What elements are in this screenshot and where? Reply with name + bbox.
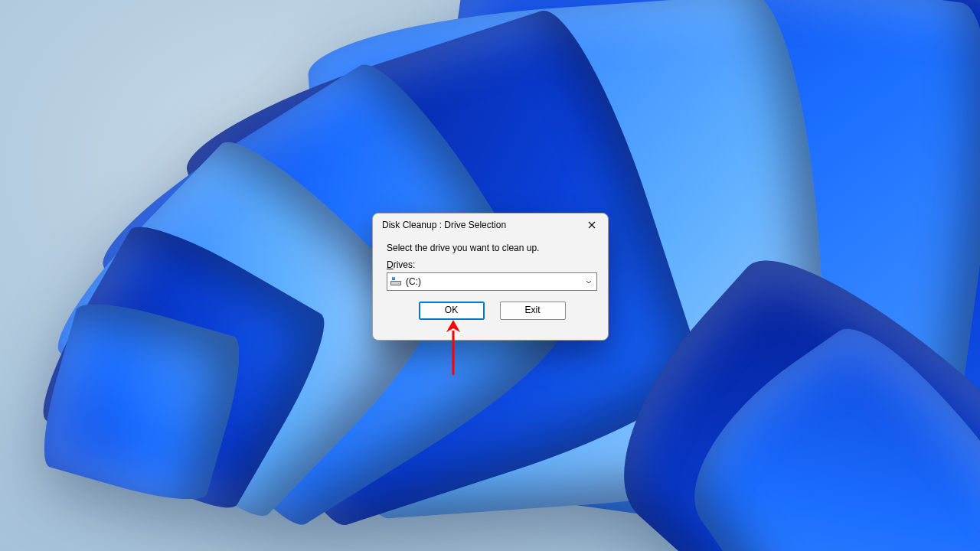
- instruction-text: Select the drive you want to clean up.: [387, 243, 597, 253]
- chevron-down-icon: [586, 276, 592, 287]
- dialog-body: Select the drive you want to clean up. D…: [373, 236, 608, 329]
- close-icon: [588, 221, 596, 229]
- ok-button[interactable]: OK: [419, 302, 485, 320]
- titlebar: Disk Cleanup : Drive Selection: [373, 214, 608, 236]
- drive-icon: [390, 277, 401, 286]
- close-button[interactable]: [580, 216, 603, 234]
- drives-label: Drives:: [387, 259, 597, 270]
- svg-rect-3: [393, 278, 395, 279]
- dialog-title: Disk Cleanup : Drive Selection: [382, 220, 506, 230]
- drives-combobox[interactable]: (C:): [387, 272, 597, 291]
- desktop: Disk Cleanup : Drive Selection Select th…: [0, 0, 980, 551]
- svg-rect-1: [391, 282, 400, 285]
- button-row: OK Exit: [387, 302, 597, 320]
- selected-drive-value: (C:): [406, 276, 421, 287]
- exit-button[interactable]: Exit: [500, 302, 566, 320]
- disk-cleanup-dialog: Disk Cleanup : Drive Selection Select th…: [372, 213, 609, 341]
